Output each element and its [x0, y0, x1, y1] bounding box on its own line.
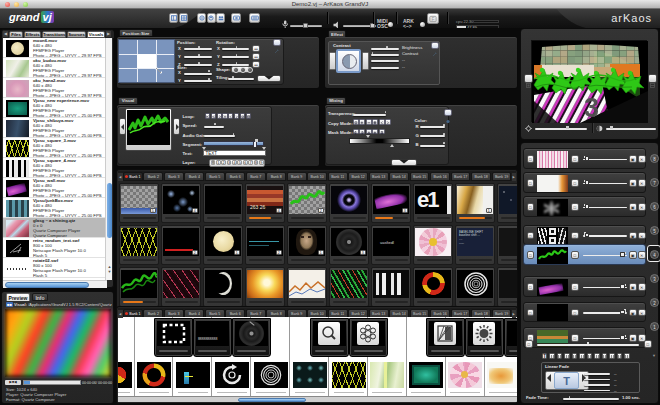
svg-text:F: F — [432, 17, 435, 22]
svg-text:3: 3 — [584, 93, 599, 123]
